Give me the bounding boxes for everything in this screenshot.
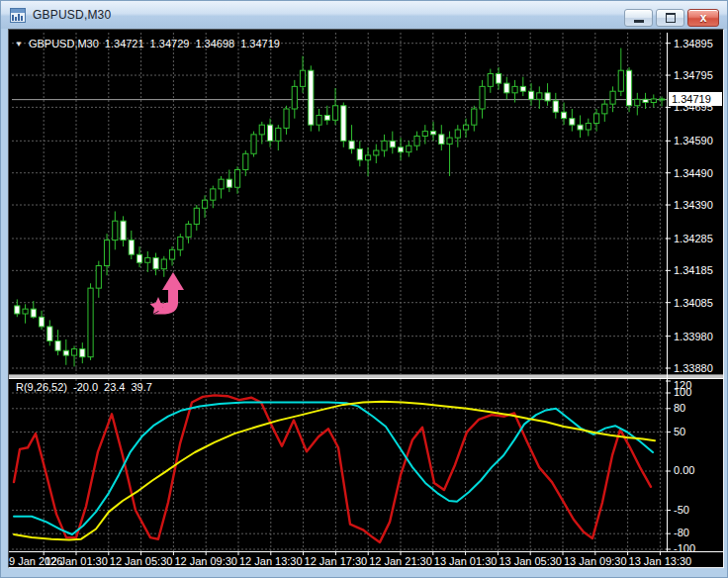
candle-body [349,141,354,148]
close-button[interactable]: x [687,9,719,27]
candle-body [472,109,477,125]
window-controls: x [624,9,719,27]
candle-body [528,91,533,99]
candle-body [88,288,93,357]
candle-body [292,86,297,109]
window-title: GBPUSD,M30 [33,8,111,22]
minimize-button[interactable] [624,9,653,27]
price-axis-label: 1.33980 [674,331,713,342]
candle-body [113,221,118,240]
candle-body [390,141,395,146]
ohlc-open: 1.34721 [105,38,144,49]
candle-body [463,125,468,130]
candle-body [422,132,427,137]
time-axis-label: 13 Jan 01:30 [434,555,498,567]
candle-body [15,306,20,314]
symbol-dropdown-icon[interactable]: ▼ [15,40,23,48]
candle-body [39,317,44,327]
candle-body [243,153,248,169]
time-axis-labels: 9 Jan 202612 Jan 01:3012 Jan 05:3012 Jan… [9,555,691,567]
candle-body [136,254,141,262]
candle-body [145,257,150,262]
price-axis-label: 1.34185 [674,264,713,276]
time-axis-label: 12 Jan 17:30 [305,555,368,567]
price-axis-label: 1.34390 [674,199,713,211]
time-axis-label: 13 Jan 05:30 [499,555,562,567]
ohlc-close: 1.34719 [240,38,280,49]
candle-body [55,341,60,351]
candle-body [570,119,575,125]
price-axis-label: 1.33880 [674,362,713,374]
candle-body [602,104,607,114]
candle [251,132,256,157]
close-icon: x [700,11,707,25]
ohlc-symbol: GBPUSD,M30 [29,38,99,49]
candle-body [63,350,68,355]
time-axis-label: 12 Jan 21:30 [369,555,432,567]
candle-body [651,99,656,103]
candle-body [398,147,403,152]
candle-body [267,125,272,141]
restore-button[interactable] [656,9,684,27]
candle-body [234,169,239,187]
candle-body [430,132,435,135]
candle-body [194,208,199,224]
chart-canvas[interactable]: 1.348951.347951.346951.345901.344901.343… [9,30,723,567]
restore-icon [666,13,676,23]
candle-body [496,73,500,83]
indicator-axis-label: 0.00 [674,464,694,476]
ohlc-low: 1.34698 [195,38,234,49]
time-axis-label: 12 Jan 05:30 [110,555,173,567]
candle-body [332,106,337,121]
candle-body [635,99,640,105]
candle-body [202,200,207,208]
candle-body [104,241,109,266]
candle-body [227,179,231,187]
indicator-value-3: 39.7 [131,381,151,393]
candle-body [447,138,452,144]
window-titlebar[interactable]: GBPUSD,M30 x [1,1,727,29]
candle-body [153,257,158,268]
candle-body [357,148,362,159]
time-axis-label: 12 Jan 13:30 [239,555,303,567]
candle-body [382,141,387,150]
indicator-axis-label: 50 [674,426,685,437]
candle-body [504,83,509,93]
candle-body [578,125,583,130]
indicator-axis-label: -100 [674,542,695,554]
candle-body [488,73,493,86]
candle-body [161,259,166,269]
candle-body [407,145,411,151]
candle-body [480,86,485,109]
chart-window: GBPUSD,M30 x 1.348951.347951.346951.3459… [0,0,728,578]
candle-body [455,130,460,138]
price-axis-label: 1.34085 [674,297,713,309]
chart-window-icon[interactable] [10,8,26,23]
panel-divider[interactable] [9,374,723,379]
time-axis-label: 13 Jan 13:30 [629,555,692,567]
time-axis-label: 12 Jan 09:30 [174,555,237,567]
indicator-value-2: 23.4 [104,381,125,393]
candle-body [610,91,615,104]
candle-body [186,224,191,237]
candle-body [71,349,76,355]
candle-body [211,189,216,200]
main-plot-area[interactable] [12,33,667,374]
candle-body [219,179,224,189]
time-axis-label: 12 Jan 01:30 [45,555,108,567]
price-axis-label: 1.34895 [674,38,713,49]
time-axis-label: 13 Jan 09:30 [564,555,627,567]
candle-body [626,70,631,106]
candle-body [96,265,101,288]
candle-body [324,115,329,120]
indicator-axis-label: -80 [674,527,689,538]
candle-body [300,70,305,86]
candle-body [178,237,183,249]
candle-body [365,155,370,160]
indicator-axis-label: 80 [674,402,685,414]
candle-body [553,101,558,112]
candle-body [618,70,623,91]
candle-body [593,114,598,124]
price-axis-label: 1.34285 [674,233,713,244]
candle-body [129,241,134,255]
